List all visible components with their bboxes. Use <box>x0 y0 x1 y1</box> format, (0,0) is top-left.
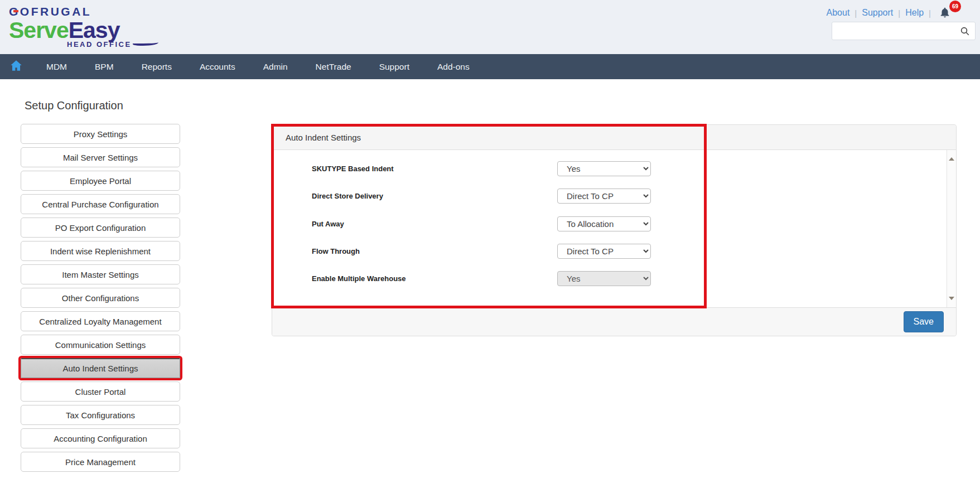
sidebar-item-communication-settings[interactable]: Communication Settings <box>21 335 180 355</box>
logo-product-text: ServeEasy <box>9 19 158 42</box>
auto-indent-settings-panel: Auto Indent Settings SKUTYPE Based Inden… <box>272 124 957 336</box>
form-row-direct-store-delivery: Direct Store Delivery Direct To CP <box>272 189 956 204</box>
field-label-flow-through: Flow Through <box>312 244 360 259</box>
sidebar-item-other-configurations[interactable]: Other Configurations <box>21 288 180 308</box>
scroll-up-icon <box>949 157 954 161</box>
nav-item-bpm[interactable]: BPM <box>81 54 128 79</box>
sidebar-item-indent-wise-replenishment[interactable]: Indent wise Replenishment <box>21 241 180 261</box>
setup-sidebar: Proxy Settings Mail Server Settings Empl… <box>21 124 180 472</box>
help-link[interactable]: Help <box>905 8 924 18</box>
nav-item-reports[interactable]: Reports <box>128 54 186 79</box>
nav-item-mdm[interactable]: MDM <box>32 54 81 79</box>
field-label-direct-store-delivery: Direct Store Delivery <box>312 189 383 204</box>
form-row-enable-multiple-warehouse: Enable Multiple Warehouse Yes <box>272 271 956 286</box>
field-label-put-away: Put Away <box>312 216 344 231</box>
form-row-skutype-based-indent: SKUTYPE Based Indent Yes <box>272 161 956 176</box>
sidebar-item-central-purchase-configuration[interactable]: Central Purchase Configuration <box>21 194 180 214</box>
panel-scrollbar[interactable] <box>947 150 956 307</box>
sidebar-item-proxy-settings[interactable]: Proxy Settings <box>21 124 180 144</box>
scroll-up-button[interactable] <box>947 153 956 165</box>
nav-item-home[interactable] <box>0 54 32 79</box>
scroll-down-button[interactable] <box>947 293 956 304</box>
sidebar-item-accounting-configuration[interactable]: Accounting Configuration <box>21 428 180 448</box>
sidebar-item-centralized-loyalty-management[interactable]: Centralized Loyalty Management <box>21 311 180 331</box>
logo-company-text: GOFRUGAL <box>9 5 91 18</box>
nav-item-accounts[interactable]: Accounts <box>186 54 249 79</box>
panel-footer: Save <box>272 307 956 336</box>
nav-item-nettrade[interactable]: NetTrade <box>302 54 365 79</box>
support-link[interactable]: Support <box>862 8 893 18</box>
search-input[interactable] <box>832 22 960 40</box>
select-flow-through[interactable]: Direct To CP <box>557 244 651 259</box>
logo-easy-label: Easy <box>69 17 120 43</box>
select-put-away[interactable]: To Allocation <box>557 216 651 231</box>
link-separator: | <box>898 8 900 18</box>
sidebar-item-po-export-configuration[interactable]: PO Export Configuration <box>21 218 180 238</box>
bell-icon[interactable] <box>939 11 951 21</box>
logo-serve-label: Serve <box>9 17 69 43</box>
about-link[interactable]: About <box>827 8 850 18</box>
logo-company-label: GOFRUGAL <box>9 5 91 18</box>
logo-swoosh <box>133 40 158 46</box>
sidebar-item-auto-indent-settings[interactable]: Auto Indent Settings <box>21 358 180 378</box>
logo-g-accent <box>13 10 18 12</box>
field-label-skutype-based-indent: SKUTYPE Based Indent <box>312 161 394 176</box>
field-label-enable-multiple-warehouse: Enable Multiple Warehouse <box>312 271 406 286</box>
select-skutype-based-indent[interactable]: Yes <box>557 161 651 176</box>
sidebar-item-employee-portal[interactable]: Employee Portal <box>21 171 180 191</box>
panel-header: Auto Indent Settings <box>272 125 956 150</box>
form-row-flow-through: Flow Through Direct To CP <box>272 244 956 259</box>
main-navbar: MDM BPM Reports Accounts Admin NetTrade … <box>0 54 980 79</box>
select-direct-store-delivery[interactable]: Direct To CP <box>557 189 651 204</box>
nav-item-addons[interactable]: Add-ons <box>423 54 484 79</box>
search-box <box>832 22 976 40</box>
sidebar-item-tax-configurations[interactable]: Tax Configurations <box>21 405 180 425</box>
select-enable-multiple-warehouse: Yes <box>557 271 651 286</box>
sidebar-item-mail-server-settings[interactable]: Mail Server Settings <box>21 147 180 167</box>
sidebar-item-item-master-settings[interactable]: Item Master Settings <box>21 264 180 284</box>
page-title: Setup Configuration <box>25 99 123 112</box>
sidebar-item-cluster-portal[interactable]: Cluster Portal <box>21 381 180 402</box>
panel-title: Auto Indent Settings <box>286 133 361 142</box>
link-separator: | <box>929 8 931 18</box>
save-button[interactable]: Save <box>904 311 944 332</box>
search-icon[interactable] <box>960 26 970 36</box>
content-area: Setup Configuration Proxy Settings Mail … <box>0 79 980 488</box>
link-separator: | <box>855 8 857 18</box>
logo-office-label: HEAD OFFICE <box>67 40 132 49</box>
panel-body: SKUTYPE Based Indent Yes Direct Store De… <box>272 150 956 307</box>
scroll-down-icon <box>949 297 954 300</box>
notification-badge[interactable]: 69 <box>949 1 961 12</box>
header-links: About | Support | Help | 69 <box>827 7 951 19</box>
sidebar-item-price-management[interactable]: Price Management <box>21 452 180 472</box>
nav-item-support[interactable]: Support <box>365 54 423 79</box>
notification-bell-wrap: 69 <box>939 7 951 19</box>
app-logo: GOFRUGAL ServeEasy HEAD OFFICE <box>9 5 158 49</box>
nav-item-admin[interactable]: Admin <box>249 54 302 79</box>
home-icon <box>9 59 23 75</box>
top-header: GOFRUGAL ServeEasy HEAD OFFICE About | S… <box>0 0 980 54</box>
form-row-put-away: Put Away To Allocation <box>272 216 956 231</box>
